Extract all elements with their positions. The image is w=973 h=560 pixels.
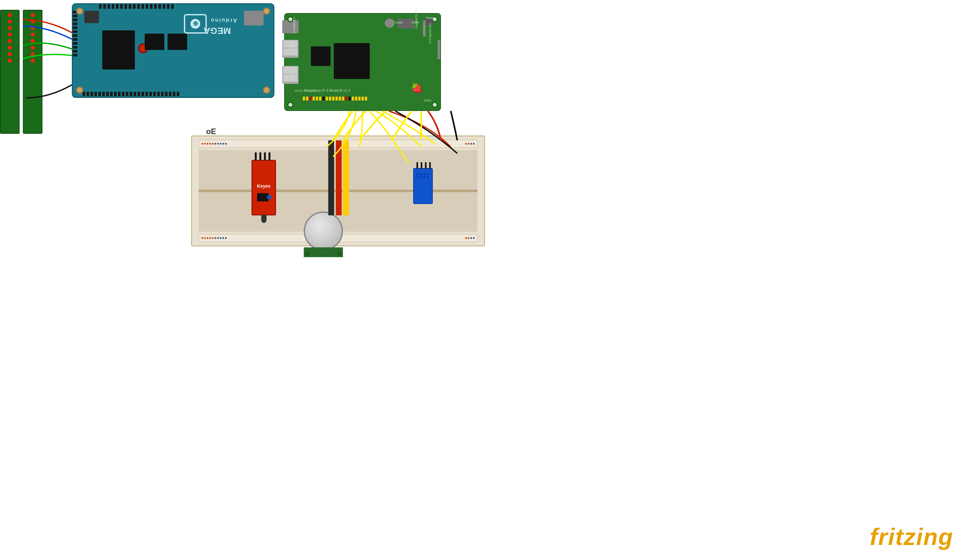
led-3 <box>8 26 12 30</box>
led-2 <box>8 20 12 23</box>
dht-pins <box>416 162 431 169</box>
rpi-hole-3 <box>288 102 293 108</box>
dht-holes <box>416 173 430 178</box>
rpi-power-label: Power <box>426 16 435 20</box>
arduino-corner-1 <box>76 8 83 15</box>
arduino-mega-text: MEGA <box>204 25 231 36</box>
pir-dome <box>304 212 343 251</box>
rpi-audio-port <box>385 18 395 28</box>
rpi-gpio-pins <box>303 97 422 107</box>
rpi-wifi-chip <box>311 46 331 66</box>
led2-3 <box>31 26 35 30</box>
led-6 <box>8 46 12 50</box>
rpi-audio-label: Audio <box>395 21 403 24</box>
rpi-usb2-label: USB 2x <box>290 68 293 78</box>
arduino-small-chip <box>145 33 164 50</box>
pir-hole-1 <box>305 252 309 255</box>
pir-base <box>304 247 343 257</box>
raspberry-pi[interactable]: Raspberry Pi 3 Model B v1.2 🍓 ETHERNET U… <box>284 13 441 111</box>
led-5 <box>8 39 12 43</box>
arduino-power-jack <box>84 11 99 23</box>
dht-sensor[interactable] <box>413 168 433 204</box>
led-strip-1 <box>0 10 20 134</box>
rpi-camera-connector <box>423 20 426 37</box>
arduino-corner-3 <box>76 87 83 94</box>
vertical-component-2 <box>336 140 342 215</box>
rpi-ethernet-label: ETHERNET <box>293 17 296 33</box>
pir-hole-2 <box>338 252 341 255</box>
rpi-main-chip <box>334 43 370 79</box>
arduino-mega[interactable]: ⊕ Arduino MEGA <box>72 3 274 98</box>
arduino-corner-2 <box>263 8 270 15</box>
keyes-led <box>267 195 271 199</box>
rpi-display-connector <box>438 40 440 59</box>
arduino-pin <box>99 4 102 9</box>
vertical-component-3 <box>343 140 349 215</box>
arduino-corner-4 <box>263 87 270 94</box>
arduino-chip-3 <box>167 33 187 50</box>
pir-sensor[interactable] <box>301 212 346 257</box>
rpi-usb1-label: USB 2x <box>290 42 293 52</box>
arduino-text: Arduino <box>210 17 237 23</box>
arduino-usb-connector <box>244 11 264 25</box>
led2-5 <box>31 39 35 43</box>
rpi-camera-label: CSI (CAMERA) <box>415 8 418 29</box>
led2-8 <box>31 59 35 63</box>
rpi-gpio-label: GPIO <box>424 99 431 102</box>
rpi-italy-label: MADE IN ITALY <box>294 89 316 92</box>
keyes-sensor-logo: Keyes <box>255 183 273 188</box>
led2-7 <box>31 52 35 56</box>
keyes-pins <box>255 152 271 160</box>
rpi-ethernet-port <box>282 20 299 33</box>
led2-4 <box>31 33 35 37</box>
led2-6 <box>31 46 35 50</box>
led-4 <box>8 33 12 37</box>
keyes-ir-transistor <box>261 215 266 223</box>
arduino-main-chip <box>102 30 135 70</box>
rpi-logo: 🍓 <box>411 83 424 96</box>
led-8 <box>8 59 12 63</box>
led-1 <box>8 13 12 17</box>
keyes-sensor[interactable]: Keyes <box>251 160 276 215</box>
led2-1 <box>31 13 35 17</box>
fritzing-watermark: fritzing <box>870 523 953 550</box>
rpi-display-label: DSI (DISPLAY) <box>429 23 432 43</box>
rpi-hole-4 <box>432 102 438 108</box>
vertical-component-1 <box>328 140 334 215</box>
led2-2 <box>31 20 35 23</box>
led-strip-2 <box>23 10 42 134</box>
main-canvas: ⊕ Arduino MEGA <box>0 0 973 560</box>
oe-label: oE <box>206 127 216 136</box>
led-7 <box>8 52 12 56</box>
